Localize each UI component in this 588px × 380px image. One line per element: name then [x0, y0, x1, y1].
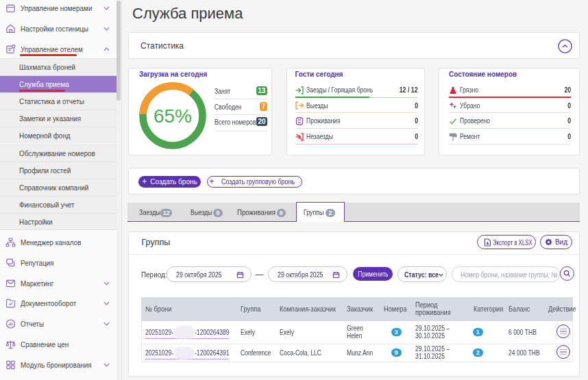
- svg-text:65%: 65%: [154, 105, 192, 127]
